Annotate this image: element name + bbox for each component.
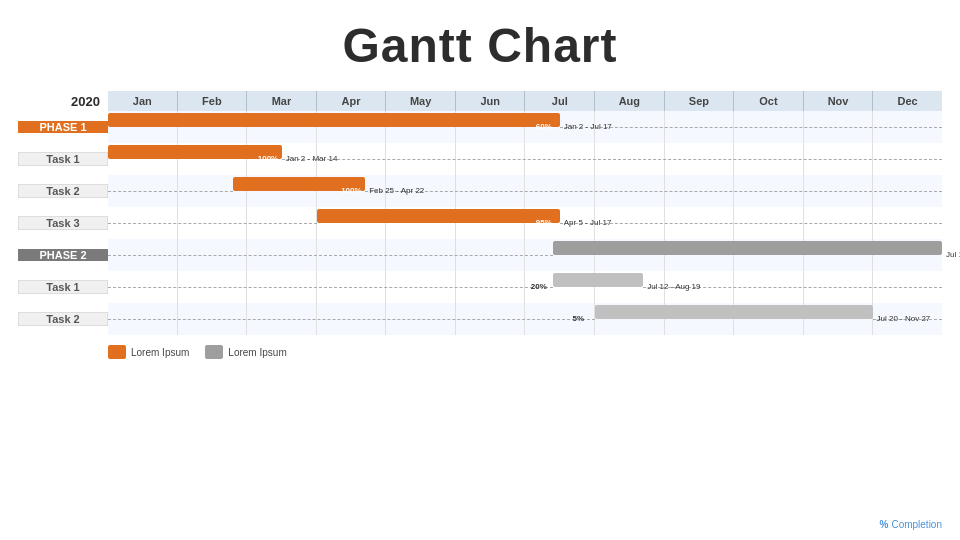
gantt-header: 2020 JanFebMarAprMayJunJulAugSepOctNovDe… xyxy=(18,91,942,111)
bar-date-6: Jul 20 - Nov 27 xyxy=(877,314,931,323)
month-header-oct: Oct xyxy=(733,91,803,111)
bar-date-5: Jul 12 - Aug 19 xyxy=(647,282,700,291)
pct-symbol: % xyxy=(880,519,889,530)
legend-label-2: Lorem Ipsum xyxy=(228,347,286,358)
bar-date-1: Jan 2 - Mar 14 xyxy=(286,154,338,163)
gantt-row-2: Task 2 xyxy=(18,175,942,207)
row-label-1: Task 1 xyxy=(18,152,108,166)
month-header-may: May xyxy=(385,91,455,111)
grid-bg-5 xyxy=(108,271,942,303)
month-header-apr: Apr xyxy=(316,91,386,111)
row-label-3: Task 3 xyxy=(18,216,108,230)
gantt-body: PHASE 1Task 1Task 2Task 3PHASE 2Task 1Ta… xyxy=(18,111,942,335)
month-header-sep: Sep xyxy=(664,91,734,111)
completion-label: % Completion xyxy=(880,519,943,530)
bar-pct-6: 5% xyxy=(573,314,585,323)
row-label-5: Task 1 xyxy=(18,280,108,294)
bar-pct-3: 95% xyxy=(536,218,552,227)
year-label: 2020 xyxy=(18,94,108,109)
month-header-dec: Dec xyxy=(872,91,942,111)
gantt-bar-3 xyxy=(317,209,560,223)
legend-swatch-gray xyxy=(205,345,223,359)
month-header-nov: Nov xyxy=(803,91,873,111)
gantt-row-5: Task 1 xyxy=(18,271,942,303)
legend-label-1: Lorem Ipsum xyxy=(131,347,189,358)
bar-pct-5: 20% xyxy=(531,282,547,291)
month-header-jul: Jul xyxy=(524,91,594,111)
bar-date-2: Feb 25 - Apr 22 xyxy=(369,186,424,195)
bar-date-0: Jan 2 - Jul 17 xyxy=(564,122,612,131)
month-header-jan: Jan xyxy=(108,91,177,111)
gantt-bar-4 xyxy=(553,241,942,255)
chart-area: 2020 JanFebMarAprMayJunJulAugSepOctNovDe… xyxy=(18,91,942,359)
month-headers: JanFebMarAprMayJunJulAugSepOctNovDec xyxy=(108,91,942,111)
row-label-2: Task 2 xyxy=(18,184,108,198)
row-label-4: PHASE 2 xyxy=(18,249,108,261)
month-header-aug: Aug xyxy=(594,91,664,111)
bar-pct-0: 60% xyxy=(536,122,552,131)
bar-date-4: Jul 12 - Nov 27 xyxy=(946,250,960,259)
bar-pct-2: 100% xyxy=(341,186,361,195)
legend: Lorem Ipsum Lorem Ipsum xyxy=(108,345,942,359)
gantt-bar-0 xyxy=(108,113,560,127)
page-title: Gantt Chart xyxy=(0,0,960,73)
bar-pct-1: 100% xyxy=(258,154,278,163)
month-header-mar: Mar xyxy=(246,91,316,111)
legend-swatch-orange xyxy=(108,345,126,359)
month-header-jun: Jun xyxy=(455,91,525,111)
bar-date-3: Apr 5 - Jul 17 xyxy=(564,218,612,227)
row-label-0: PHASE 1 xyxy=(18,121,108,133)
legend-item-1: Lorem Ipsum xyxy=(108,345,189,359)
gantt-bar-5 xyxy=(553,273,643,287)
gantt-bar-1 xyxy=(108,145,282,159)
gantt-bar-6 xyxy=(595,305,873,319)
legend-item-2: Lorem Ipsum xyxy=(205,345,286,359)
month-header-feb: Feb xyxy=(177,91,247,111)
row-label-6: Task 2 xyxy=(18,312,108,326)
completion-text: Completion xyxy=(891,519,942,530)
